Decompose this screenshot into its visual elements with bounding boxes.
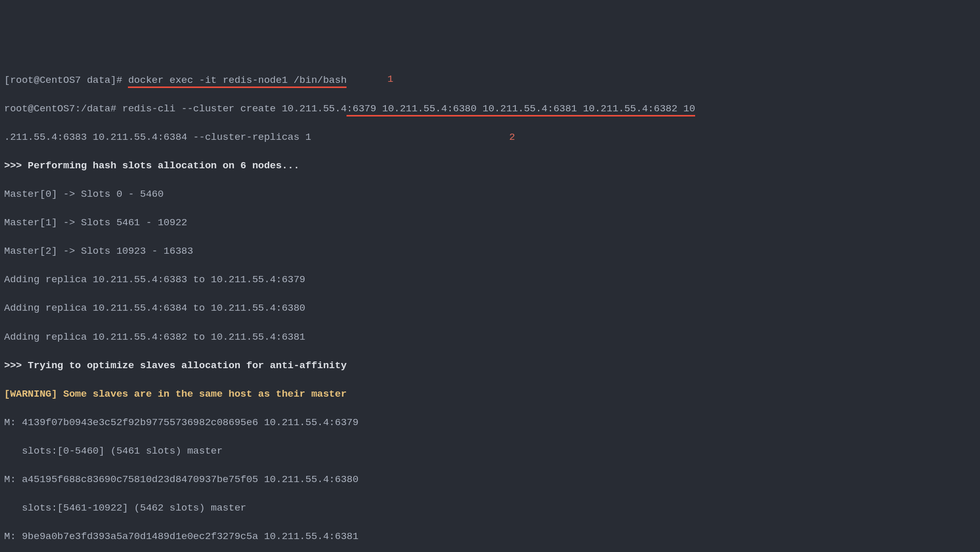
terminal-line: .211.55.4:6383 10.211.55.4:6384 --cluste… <box>4 130 976 145</box>
master-node-line: M: 4139f07b0943e3c52f92b97755736982c0869… <box>4 416 976 430</box>
warning-line: [WARNING] Some slaves are in the same ho… <box>4 387 976 402</box>
terminal-line: Adding replica 10.211.55.4:6383 to 10.21… <box>4 273 976 287</box>
terminal-line: Master[1] -> Slots 5461 - 10922 <box>4 216 976 230</box>
shell-prompt: [root@CentOS7 data]# <box>4 75 128 86</box>
terminal-line: >>> Trying to optimize slaves allocation… <box>4 359 976 373</box>
docker-exec-command: docker exec -it redis-node1 /bin/bash <box>128 75 347 88</box>
slots-line: slots:[5461-10922] (5462 slots) master <box>4 501 976 516</box>
slots-line: slots:[0-5460] (5461 slots) master <box>4 444 976 459</box>
master-node-line: M: a45195f688c83690c75810d23d8470937be75… <box>4 473 976 487</box>
annotation-1: 1 <box>387 72 393 87</box>
terminal-line: root@CentOS7:/data# redis-cli --cluster … <box>4 102 976 117</box>
terminal-line: [root@CentOS7 data]# docker exec -it red… <box>4 74 976 88</box>
terminal-output[interactable]: [root@CentOS7 data]# docker exec -it red… <box>4 59 976 552</box>
master-node-line: M: 9be9a0b7e3fd393a5a70d1489d1e0ec2f3279… <box>4 530 976 544</box>
terminal-line: Master[2] -> Slots 10923 - 16383 <box>4 244 976 259</box>
terminal-line: >>> Performing hash slots allocation on … <box>4 159 976 173</box>
shell-prompt: root@CentOS7:/data# <box>4 103 122 114</box>
redis-cli-command-continuation: .211.55.4:6383 10.211.55.4:6384 --cluste… <box>4 132 311 143</box>
annotation-2: 2 <box>509 130 515 145</box>
terminal-line: Adding replica 10.211.55.4:6384 to 10.21… <box>4 301 976 316</box>
redis-cli-command-part-b: :6379 10.211.55.4:6380 10.211.55.4:6381 … <box>347 103 695 117</box>
redis-cli-command-part-a: redis-cli --cluster create 10.211.55.4 <box>122 103 347 114</box>
terminal-line: Adding replica 10.211.55.4:6382 to 10.21… <box>4 330 976 345</box>
terminal-line: Master[0] -> Slots 0 - 5460 <box>4 187 976 202</box>
